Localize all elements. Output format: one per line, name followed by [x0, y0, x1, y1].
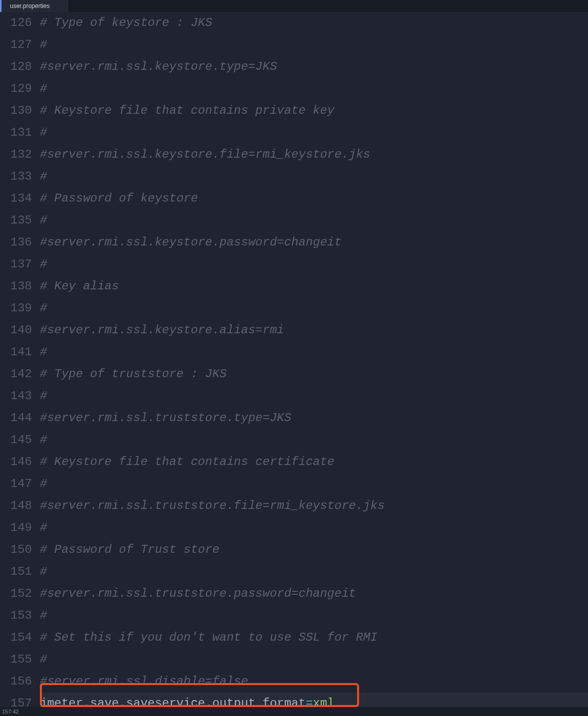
code-line-comment[interactable]: # Password of Trust store — [40, 539, 588, 561]
code-line-property[interactable]: jmeter.save.saveservice.output_format=xm… — [40, 693, 588, 707]
code-line-comment[interactable]: # — [40, 78, 588, 100]
code-line-comment[interactable]: #server.rmi.ssl.truststore.password=chan… — [40, 583, 588, 605]
property-key: jmeter.save.saveservice.output_format — [40, 697, 306, 707]
line-number: 134 — [0, 188, 32, 210]
code-line-comment[interactable]: #server.rmi.ssl.keystore.password=change… — [40, 232, 588, 253]
line-number: 157 — [0, 693, 32, 707]
code-line-comment[interactable]: #server.rmi.ssl.truststore.type=JKS — [40, 407, 588, 429]
line-number: 149 — [0, 517, 32, 539]
cursor-position: 157:42 — [2, 709, 19, 715]
code-line-comment[interactable]: # — [40, 34, 588, 56]
code-line-comment[interactable]: # Type of truststore : JKS — [40, 363, 588, 385]
status-bar: 157:42 — [0, 707, 588, 716]
line-number: 140 — [0, 319, 32, 341]
line-number: 152 — [0, 583, 32, 605]
line-number: 135 — [0, 210, 32, 232]
code-line-comment[interactable]: # — [40, 122, 588, 144]
code-line-comment[interactable]: # — [40, 561, 588, 583]
tab-filename: user.properties — [10, 2, 49, 9]
tab-bar: user.properties — [0, 0, 588, 12]
code-line-comment[interactable]: # Keystore file that contains private ke… — [40, 100, 588, 122]
code-line-comment[interactable]: #server.rmi.ssl.keystore.alias=rmi — [40, 319, 588, 341]
line-number: 151 — [0, 561, 32, 583]
code-line-comment[interactable]: # — [40, 473, 588, 495]
code-line-comment[interactable]: # Password of keystore — [40, 188, 588, 210]
code-line-comment[interactable]: # Keystore file that contains certificat… — [40, 451, 588, 473]
code-line-comment[interactable]: # Type of keystore : JKS — [40, 12, 588, 34]
line-number: 130 — [0, 100, 32, 122]
line-number: 148 — [0, 495, 32, 517]
code-line-comment[interactable]: # — [40, 253, 588, 275]
code-line-comment[interactable]: # — [40, 166, 588, 188]
line-number: 155 — [0, 649, 32, 671]
line-number: 138 — [0, 275, 32, 297]
equals-sign: = — [306, 697, 313, 707]
line-number: 145 — [0, 429, 32, 451]
code-area[interactable]: # Type of keystore : JKS##server.rmi.ssl… — [40, 12, 588, 707]
code-line-comment[interactable]: # — [40, 341, 588, 363]
line-number: 156 — [0, 671, 32, 693]
line-number: 154 — [0, 627, 32, 649]
code-line-comment[interactable]: # — [40, 517, 588, 539]
code-line-comment[interactable]: # — [40, 210, 588, 232]
line-number: 137 — [0, 253, 32, 275]
line-number: 153 — [0, 605, 32, 627]
line-number: 126 — [0, 12, 32, 34]
code-editor[interactable]: 1261271281291301311321331341351361371381… — [0, 12, 588, 707]
line-number: 143 — [0, 385, 32, 407]
line-number: 133 — [0, 166, 32, 188]
line-number: 129 — [0, 78, 32, 100]
code-line-comment[interactable]: # — [40, 605, 588, 627]
line-number: 132 — [0, 144, 32, 166]
line-number: 128 — [0, 56, 32, 78]
code-line-comment[interactable]: #server.rmi.ssl.disable=false — [40, 671, 588, 693]
code-line-comment[interactable]: #server.rmi.ssl.keystore.file=rmi_keysto… — [40, 144, 588, 166]
property-value: xml — [313, 697, 334, 707]
line-number: 139 — [0, 297, 32, 319]
tab-user-properties[interactable]: user.properties — [0, 0, 69, 12]
line-number: 131 — [0, 122, 32, 144]
code-line-comment[interactable]: #server.rmi.ssl.keystore.type=JKS — [40, 56, 588, 78]
line-number: 144 — [0, 407, 32, 429]
line-number: 142 — [0, 363, 32, 385]
code-line-comment[interactable]: # — [40, 649, 588, 671]
code-line-comment[interactable]: # — [40, 385, 588, 407]
code-line-comment[interactable]: # Key alias — [40, 275, 588, 297]
code-line-comment[interactable]: #server.rmi.ssl.truststore.file=rmi_keys… — [40, 495, 588, 517]
line-number: 141 — [0, 341, 32, 363]
line-number: 146 — [0, 451, 32, 473]
code-line-comment[interactable]: # — [40, 297, 588, 319]
line-number: 136 — [0, 232, 32, 253]
line-number: 147 — [0, 473, 32, 495]
line-number: 150 — [0, 539, 32, 561]
code-line-comment[interactable]: # Set this if you don't want to use SSL … — [40, 627, 588, 649]
line-number-gutter: 1261271281291301311321331341351361371381… — [0, 12, 40, 707]
line-number: 127 — [0, 34, 32, 56]
code-line-comment[interactable]: # — [40, 429, 588, 451]
